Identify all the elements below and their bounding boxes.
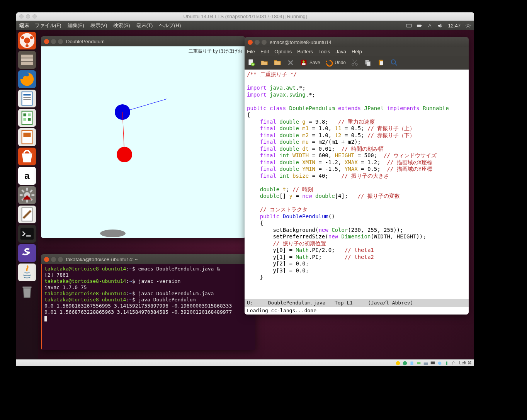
emacs-modeline: U:--- DoublePendulum.java Top L1 (Java/l… [245,299,469,307]
unity-launcher[interactable]: a [16,30,38,360]
emacs-menu-options[interactable]: Options [274,49,292,54]
emacs-titlebar[interactable]: emacs@tortoise8-ubuntu14 [245,37,469,47]
terminal-titlebar[interactable]: takataka@tortoise8-ubuntu14: ~ [41,254,255,264]
pendulum-titlebar[interactable]: DoublePendulum [41,36,245,46]
close-icon[interactable] [248,40,253,45]
svg-rect-20 [23,118,26,121]
open-file-button[interactable] [260,58,269,67]
minimize-icon[interactable] [51,257,56,262]
svg-rect-23 [23,133,31,138]
emacs-menu-buffers[interactable]: Buffers [297,49,313,54]
menu-help[interactable]: ヘルプ(H) [159,22,181,29]
copy-button[interactable] [364,58,372,67]
svg-point-7 [30,36,33,39]
pendulum-window[interactable]: DoublePendulum 二重振り子 by ほげほげお [41,36,245,238]
emacs-menu-file[interactable]: File [247,49,255,54]
terminal-window[interactable]: takataka@tortoise8-ubuntu14: ~ takataka@… [41,254,255,350]
dash-icon[interactable] [18,32,36,49]
panel-indicators[interactable]: 12:47 [406,23,471,29]
minimize-icon[interactable] [51,39,56,44]
software-icon[interactable] [18,148,36,165]
maximize-icon[interactable] [58,257,63,262]
folder-open-icon [260,58,269,67]
maximize-icon[interactable] [58,39,63,44]
hostkey-icon[interactable] [451,360,456,366]
mouse-icon[interactable] [444,360,449,366]
emacs-menu-bar[interactable]: File Edit Options Buffers Tools Java Hel… [245,47,469,56]
record-icon[interactable] [437,360,442,366]
emacs-menu-java[interactable]: Java [335,49,346,54]
undo-button[interactable]: Undo [325,58,346,67]
svg-rect-11 [21,62,33,65]
java-icon[interactable] [18,264,36,281]
svg-rect-47 [430,361,435,364]
impress-icon[interactable] [18,128,36,146]
emacs-menu-tools[interactable]: Tools [318,49,330,54]
emacs-menu-help[interactable]: Help [352,49,362,54]
emacs-echo-area: Loading cc-langs...done [245,307,469,315]
mac-window-title: Ubuntu 14.04 LTS (snapshot20150317-1804)… [16,14,474,19]
save-icon [299,58,308,67]
emacs-menu-edit[interactable]: Edit [260,49,269,54]
folder-icon [273,58,282,67]
text-editor-icon[interactable] [18,206,36,223]
menu-view[interactable]: 表示(V) [90,22,107,29]
sound-icon[interactable] [437,23,443,29]
emacs-editor[interactable]: /** 二重振り子 */ import java.awt.*; import j… [245,70,469,299]
netcard-icon[interactable] [416,360,422,366]
emacs-icon[interactable] [18,244,36,262]
menu-file[interactable]: ファイル(F) [35,22,61,29]
firefox-icon[interactable] [18,70,36,88]
emacs-toolbar[interactable]: Save Undo [245,56,469,70]
mac-titlebar[interactable]: Ubuntu 14.04 LTS (snapshot20150317-1804)… [16,12,474,21]
terminal-icon[interactable] [18,225,36,243]
save-label: Save [309,60,320,65]
app-menu-bar[interactable]: ファイル(F) 編集(E) 表示(V) 検索(S) 端末(T) ヘルプ(H) [35,22,181,29]
svg-rect-40 [380,61,383,65]
amazon-icon[interactable]: a [18,167,36,185]
optical-icon[interactable] [402,360,408,366]
ubuntu-desktop[interactable]: 端末 ファイル(F) 編集(E) 表示(V) 検索(S) 端末(T) ヘルプ(H… [16,21,474,360]
settings-icon[interactable] [18,186,36,204]
files-icon[interactable] [18,51,36,69]
keyboard-icon[interactable] [406,23,412,29]
maximize-icon[interactable] [262,40,267,45]
trash-icon[interactable] [18,283,36,301]
disk-icon[interactable] [395,360,401,366]
svg-rect-13 [22,92,32,105]
display-icon[interactable] [430,360,435,366]
network-icon[interactable] [427,23,433,29]
pendulum-caption: 二重振り子 by ほげほげお [189,48,242,54]
terminal-body[interactable]: takataka@tortoise8-ubuntu14:~$ emacs Dou… [41,264,255,350]
menu-edit[interactable]: 編集(E) [68,22,84,29]
menu-terminal[interactable]: 端末(T) [136,22,153,29]
new-file-button[interactable] [247,58,255,67]
menu-search[interactable]: 検索(S) [113,22,130,29]
clock[interactable]: 12:47 [448,23,461,29]
virtualbox-statusbar[interactable]: Left ⌘ [16,359,474,366]
svg-rect-38 [367,61,370,66]
svg-rect-45 [417,362,420,364]
svg-rect-44 [410,361,413,365]
close-icon[interactable] [44,257,49,262]
save-button[interactable]: Save [299,58,320,67]
cut-button[interactable] [350,58,359,67]
close-icon[interactable] [44,39,49,44]
ubuntu-top-panel[interactable]: 端末 ファイル(F) 編集(E) 表示(V) 検索(S) 端末(T) ヘルプ(H… [16,21,474,30]
svg-rect-26 [20,228,34,240]
battery-icon[interactable] [416,23,422,29]
minimize-icon[interactable] [255,40,260,45]
gear-icon[interactable] [465,23,471,29]
shared-icon[interactable] [423,360,428,366]
paste-icon [377,58,385,67]
emacs-window[interactable]: emacs@tortoise8-ubuntu14 File Edit Optio… [245,37,469,315]
calc-icon[interactable] [18,109,36,127]
search-button[interactable] [390,58,398,67]
usb-icon[interactable] [409,360,415,366]
svg-rect-21 [28,118,31,121]
file-new-icon [247,58,255,67]
paste-button[interactable] [377,58,385,67]
writer-icon[interactable] [18,90,36,107]
close-buffer-button[interactable] [286,58,295,67]
open-dir-button[interactable] [273,58,282,67]
